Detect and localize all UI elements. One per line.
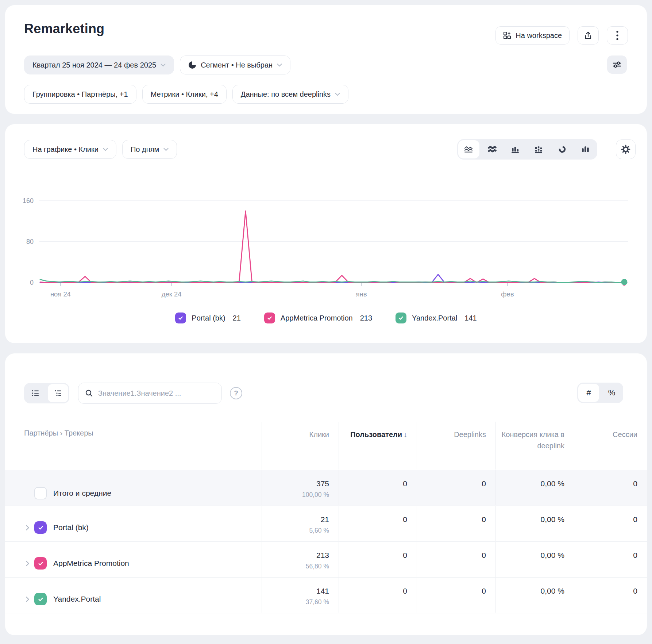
row-label: Итого и средние xyxy=(53,489,111,498)
expand-row-button[interactable] xyxy=(26,525,34,531)
deeplinks-value: 0 xyxy=(417,506,486,524)
share-button[interactable] xyxy=(578,26,599,45)
grouping-label: Группировка • Партнёры, +1 xyxy=(32,90,128,99)
legend-label: Yandex.Portal xyxy=(412,314,457,322)
dashboard-add-icon xyxy=(503,31,511,39)
expand-row-button[interactable] xyxy=(26,596,34,602)
clicks-line-chart[interactable]: 080160ноя 24дек 24янвфев xyxy=(11,193,639,307)
metrics-chip[interactable]: Метрики • Клики, +4 xyxy=(142,85,227,104)
row-checkbox-checked[interactable] xyxy=(34,557,47,570)
workspace-button-label: На workspace xyxy=(516,31,562,40)
svg-text:фев: фев xyxy=(501,290,514,298)
svg-text:160: 160 xyxy=(23,197,34,204)
chart-controls: На графике • Клики По дням xyxy=(24,140,177,159)
metrics-label: Метрики • Клики, +4 xyxy=(151,90,218,99)
line-chart-icon xyxy=(464,145,474,153)
clicks-percent: 37,60 % xyxy=(262,598,329,606)
chart-granularity-dropdown[interactable]: По дням xyxy=(122,140,177,159)
data-scope-chip[interactable]: Данные: по всем deeplinks xyxy=(232,85,348,104)
sessions-value: 0 xyxy=(574,541,637,560)
chevron-down-icon xyxy=(335,93,340,96)
legend-label: Portal (bk) xyxy=(192,314,225,322)
table-row-totals: Итого и средние 375100,00 % 0 0 0,00 % 0 xyxy=(5,470,647,506)
search-icon xyxy=(85,389,93,397)
tree-list-view-button[interactable] xyxy=(48,384,68,402)
chart-type-bar-button[interactable] xyxy=(504,139,527,160)
column-header-clicks[interactable]: Клики xyxy=(262,422,339,469)
sessions-value: 0 xyxy=(574,577,637,595)
deeplinks-value: 0 xyxy=(417,470,486,488)
column-header-partners-trackers[interactable]: Партнёры › Трекеры xyxy=(5,422,262,470)
column-header-conversion[interactable]: Конверсия клика в deeplink xyxy=(495,422,574,469)
report-header-card: Remarketing На workspace xyxy=(5,5,647,114)
column-header-users-label: Пользователи xyxy=(350,430,402,438)
svg-text:0: 0 xyxy=(30,279,34,286)
flat-list-view-button[interactable] xyxy=(24,383,47,403)
chart-settings-button[interactable] xyxy=(616,139,636,159)
chart-type-stacked-bar-button[interactable] xyxy=(527,139,551,160)
legend-label: AppMetrica Promotion xyxy=(281,314,353,322)
table-toolbar: ? xyxy=(24,383,242,404)
share-icon xyxy=(584,31,592,40)
settings-sliders-button[interactable] xyxy=(607,55,627,74)
chart-type-pie-button[interactable] xyxy=(551,139,574,160)
column-header-users[interactable]: Пользователи↓ xyxy=(339,422,417,469)
column-header-deeplinks[interactable]: Deeplinks xyxy=(417,422,495,469)
table-search xyxy=(78,383,222,404)
legend-item-yandex-portal[interactable]: Yandex.Portal 141 xyxy=(396,313,477,323)
segment-chip[interactable]: Сегмент • Не выбран xyxy=(180,55,290,74)
expand-row-button[interactable] xyxy=(26,560,34,567)
kebab-icon xyxy=(616,31,618,40)
totals-checkbox[interactable] xyxy=(34,487,47,499)
legend-item-portal-bk[interactable]: Portal (bk) 21 xyxy=(175,313,241,323)
clicks-percent: 56,80 % xyxy=(262,563,329,570)
clicks-value: 213 xyxy=(262,541,329,560)
sort-desc-icon: ↓ xyxy=(404,430,407,438)
page-title: Remarketing xyxy=(24,21,104,37)
columns-chart-icon xyxy=(581,145,590,153)
search-input[interactable] xyxy=(97,389,215,398)
svg-text:ноя 24: ноя 24 xyxy=(50,290,71,298)
row-checkbox-checked[interactable] xyxy=(34,593,47,605)
svg-text:дек 24: дек 24 xyxy=(162,290,182,298)
segment-pie-icon xyxy=(188,61,196,69)
deeplinks-value: 0 xyxy=(417,541,486,560)
unit-absolute-button[interactable]: # xyxy=(578,384,599,402)
data-scope-label: Данные: по всем deeplinks xyxy=(241,90,331,99)
pie-chart-icon xyxy=(558,145,567,153)
row-label[interactable]: Portal (bk) xyxy=(53,523,89,532)
unit-percent-button[interactable]: % xyxy=(600,383,623,403)
date-range-chip[interactable]: Квартал 25 ноя 2024 — 24 фев 2025 xyxy=(24,55,174,74)
users-value: 0 xyxy=(339,541,407,560)
stacked-bar-icon xyxy=(534,145,544,153)
chart-metric-dropdown[interactable]: На графике • Клики xyxy=(24,140,116,159)
chevron-down-icon xyxy=(277,64,282,67)
chart-type-line-button[interactable] xyxy=(458,140,479,158)
table-row-appmetrica-promotion: AppMetrica Promotion 21356,80 % 0 0 0,00… xyxy=(5,541,647,578)
row-checkbox-checked[interactable] xyxy=(34,521,47,534)
chevron-down-icon xyxy=(163,148,169,151)
row-label[interactable]: Yandex.Portal xyxy=(53,595,101,603)
chevron-down-icon xyxy=(103,148,108,151)
legend-value: 21 xyxy=(233,314,241,322)
view-mode-switcher xyxy=(24,383,69,403)
chart-type-stacked-area-button[interactable] xyxy=(481,139,504,160)
column-header-sessions[interactable]: Сессии xyxy=(574,422,647,469)
more-menu-button[interactable] xyxy=(607,26,628,45)
legend-item-appmetrica-promotion[interactable]: AppMetrica Promotion 213 xyxy=(264,313,372,323)
conversion-value: 0,00 % xyxy=(496,541,564,560)
svg-text:80: 80 xyxy=(26,238,34,245)
table-row-portal-bk: Portal (bk) 215,60 % 0 0 0,00 % 0 xyxy=(5,506,647,542)
unit-toggle: # % xyxy=(577,383,623,403)
checkbox-checked-icon xyxy=(264,313,275,323)
gear-icon xyxy=(621,144,631,154)
grouping-chip[interactable]: Группировка • Партнёры, +1 xyxy=(24,85,136,104)
row-label[interactable]: AppMetrica Promotion xyxy=(53,559,129,568)
legend-value: 141 xyxy=(464,314,477,322)
header-controls: На workspace xyxy=(495,26,628,45)
workspace-button[interactable]: На workspace xyxy=(495,26,570,45)
chart-type-columns-button[interactable] xyxy=(574,139,597,160)
help-button[interactable]: ? xyxy=(230,387,242,399)
segment-label: Сегмент • Не выбран xyxy=(201,61,273,69)
conversion-value: 0,00 % xyxy=(496,470,564,488)
